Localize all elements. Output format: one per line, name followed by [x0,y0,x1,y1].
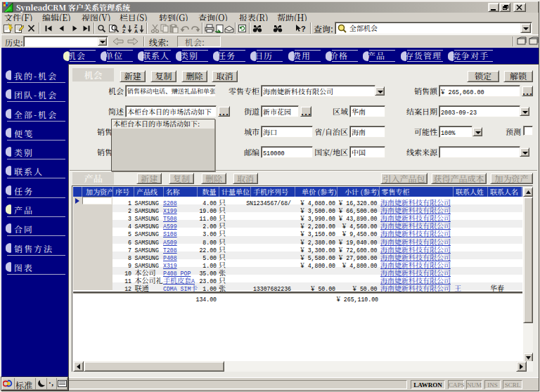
svg-text:Z: Z [134,24,138,29]
svg-text:A: A [134,29,138,33]
svg-text:Z: Z [122,29,126,33]
svg-text:A: A [122,24,126,29]
svg-text:?: ? [301,25,306,33]
